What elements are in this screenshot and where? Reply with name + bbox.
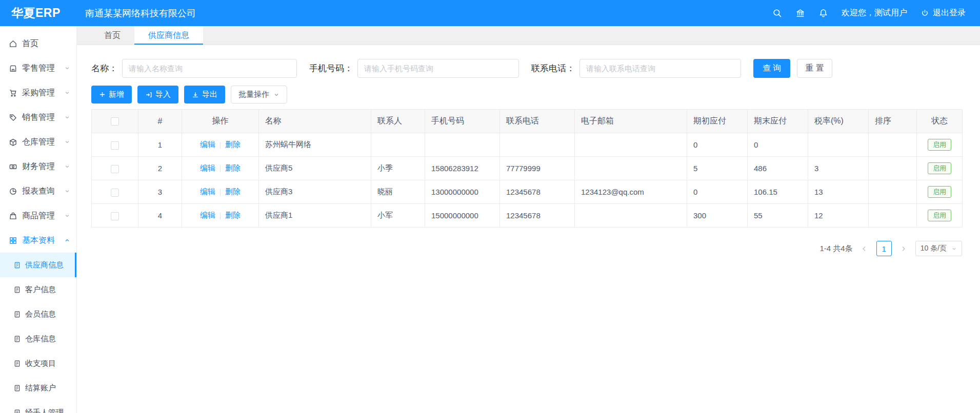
main-area: 首页 供应商信息 名称： 手机号码： 联系电话： 查 询 重 置 xyxy=(77,26,980,413)
status-badge[interactable]: 启用 xyxy=(928,186,951,198)
sidebar-item-warehouse[interactable]: 仓库管理 xyxy=(0,130,76,154)
cell-sort xyxy=(869,204,917,228)
page-size-select[interactable]: 10 条/页 xyxy=(915,241,962,256)
divider xyxy=(220,189,221,196)
cell-sort xyxy=(869,180,917,204)
cell-index: 2 xyxy=(138,157,182,180)
sidebar-item-basic-data[interactable]: 基本资料 xyxy=(0,228,76,253)
sidebar-item-sales[interactable]: 销售管理 xyxy=(0,105,76,130)
sidebar-item-label: 结算账户 xyxy=(25,383,56,393)
edit-link[interactable]: 编辑 xyxy=(200,211,215,219)
home-icon xyxy=(9,39,17,48)
cell-name: 供应商5 xyxy=(259,157,371,180)
cell-sort xyxy=(869,133,917,157)
sidebar-item-retail[interactable]: 零售管理 xyxy=(0,56,76,80)
chevron-left-icon xyxy=(861,245,868,252)
bank-icon[interactable] xyxy=(795,8,805,18)
topbar-actions: 欢迎您，测试用户 退出登录 xyxy=(772,8,980,18)
cell-email xyxy=(575,133,687,157)
cell-tax-rate: 12 xyxy=(808,204,869,228)
tab-supplier-info[interactable]: 供应商信息 xyxy=(134,26,203,45)
chevron-down-icon xyxy=(64,163,70,170)
select-all-checkbox[interactable] xyxy=(111,117,119,126)
col-actions: 操作 xyxy=(182,110,259,133)
chevron-down-icon xyxy=(64,188,70,194)
next-page-button[interactable] xyxy=(897,241,910,256)
cell-email xyxy=(575,157,687,180)
sidebar-item-home[interactable]: 首页 xyxy=(0,31,76,56)
row-checkbox[interactable] xyxy=(111,189,119,197)
sidebar-item-supplier-info[interactable]: 供应商信息 xyxy=(0,253,76,277)
prev-page-button[interactable] xyxy=(858,241,871,256)
sidebar-item-label: 收支项目 xyxy=(25,359,56,368)
bell-icon[interactable] xyxy=(818,8,828,18)
table-row: 3 编辑删除 供应商3 晓丽 13000000000 12345678 1234… xyxy=(92,180,963,204)
search-button[interactable]: 查 询 xyxy=(753,59,790,78)
pagination: 1-4 共4条 1 10 条/页 xyxy=(91,241,962,256)
add-button[interactable]: 新增 xyxy=(91,86,132,104)
delete-link[interactable]: 删除 xyxy=(225,163,241,172)
tel-filter-input[interactable] xyxy=(579,59,741,78)
col-name: 名称 xyxy=(259,110,371,133)
cell-opening-payable: 300 xyxy=(687,204,748,228)
sidebar-item-label: 供应商信息 xyxy=(25,260,64,270)
import-button-label: 导入 xyxy=(155,90,171,99)
edit-link[interactable]: 编辑 xyxy=(200,163,215,172)
row-checkbox[interactable] xyxy=(111,165,119,173)
import-button[interactable]: 导入 xyxy=(137,86,178,104)
edit-link[interactable]: 编辑 xyxy=(200,187,215,196)
status-badge[interactable]: 启用 xyxy=(928,139,951,151)
col-tel: 联系电话 xyxy=(500,110,575,133)
doc-icon xyxy=(13,286,21,294)
delete-link[interactable]: 删除 xyxy=(225,211,241,219)
doc-icon xyxy=(13,384,21,392)
sidebar-item-goods[interactable]: 商品管理 xyxy=(0,203,76,228)
sidebar-item-income-expense[interactable]: 收支项目 xyxy=(0,351,76,376)
name-filter-input[interactable] xyxy=(122,59,297,78)
add-button-label: 新增 xyxy=(109,90,124,99)
batch-actions-button[interactable]: 批量操作 xyxy=(231,86,287,104)
batch-actions-label: 批量操作 xyxy=(238,90,269,99)
export-icon xyxy=(192,91,199,98)
doc-icon xyxy=(13,311,21,318)
cell-phone: 15806283912 xyxy=(425,157,500,180)
tab-home[interactable]: 首页 xyxy=(90,26,134,45)
sidebar-item-customer-info[interactable]: 客户信息 xyxy=(0,277,76,302)
sidebar-item-settlement-account[interactable]: 结算账户 xyxy=(0,376,76,400)
reset-button[interactable]: 重 置 xyxy=(797,59,832,78)
chevron-down-icon xyxy=(64,139,70,145)
row-checkbox[interactable] xyxy=(111,212,119,220)
status-badge[interactable]: 启用 xyxy=(928,162,951,174)
cell-actions: 编辑删除 xyxy=(182,180,259,204)
row-checkbox[interactable] xyxy=(111,141,119,150)
sidebar-item-member-info[interactable]: 会员信息 xyxy=(0,302,76,326)
cell-sort xyxy=(869,157,917,180)
cell-tax-rate xyxy=(808,133,869,157)
chevron-down-icon xyxy=(273,92,279,98)
delete-link[interactable]: 删除 xyxy=(225,140,241,149)
sidebar-item-reports[interactable]: 报表查询 xyxy=(0,179,76,203)
delete-link[interactable]: 删除 xyxy=(225,187,241,196)
filter-phone-group: 手机号码： xyxy=(309,59,519,78)
edit-link[interactable]: 编辑 xyxy=(200,140,215,149)
sidebar-item-purchase[interactable]: 采购管理 xyxy=(0,80,76,105)
logout-button[interactable]: 退出登录 xyxy=(921,8,966,18)
sidebar-item-warehouse-info[interactable]: 仓库信息 xyxy=(0,326,76,351)
cell-name: 苏州蜗牛网络 xyxy=(259,133,371,157)
logout-label: 退出登录 xyxy=(933,8,966,18)
cell-tax-rate: 13 xyxy=(808,180,869,204)
cell-closing-payable: 55 xyxy=(748,204,808,228)
app-logo[interactable]: 华夏ERP xyxy=(0,5,77,21)
sidebar-item-handler-management[interactable]: 经手人管理 xyxy=(0,400,76,413)
page-number[interactable]: 1 xyxy=(876,241,892,256)
search-icon[interactable] xyxy=(772,8,782,18)
export-button[interactable]: 导出 xyxy=(184,86,225,104)
money-icon xyxy=(9,162,17,171)
table-header-row: # 操作 名称 联系人 手机号码 联系电话 电子邮箱 期初应付 期末应付 税率(… xyxy=(92,110,963,133)
status-badge[interactable]: 启用 xyxy=(928,210,951,221)
phone-filter-input[interactable] xyxy=(357,59,519,78)
cell-contact: 小军 xyxy=(371,204,425,228)
cell-opening-payable: 0 xyxy=(687,133,748,157)
cell-actions: 编辑删除 xyxy=(182,204,259,228)
sidebar-item-finance[interactable]: 财务管理 xyxy=(0,154,76,179)
